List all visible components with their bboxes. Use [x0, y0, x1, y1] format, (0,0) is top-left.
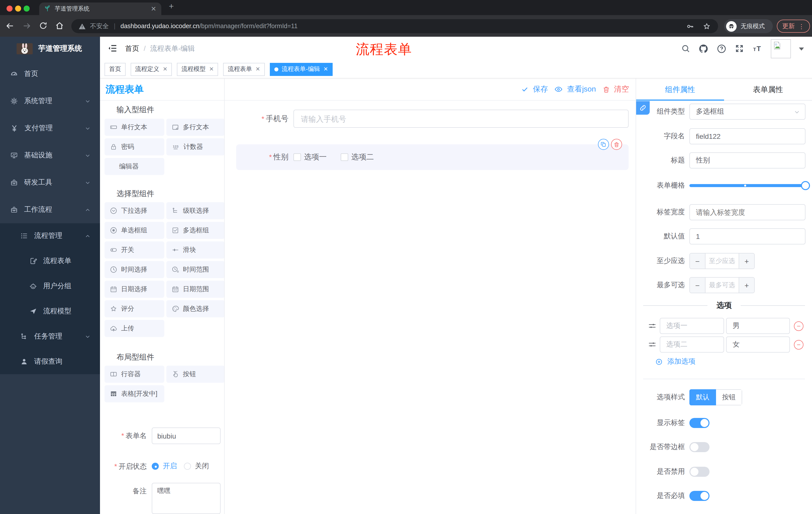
avatar[interactable]: [771, 39, 791, 58]
option-style-按钮[interactable]: 按钮: [716, 389, 742, 405]
status-radio-off[interactable]: 关闭: [184, 462, 209, 471]
toggle-是否带边框[interactable]: [689, 442, 709, 452]
view-tag-首页[interactable]: 首页: [105, 63, 126, 76]
component-颜色选择[interactable]: 颜色选择: [166, 300, 225, 317]
component-级联选择[interactable]: 级联选择: [166, 202, 225, 219]
component-单行文本[interactable]: 单行文本: [105, 119, 164, 136]
sidebar-item-workflow[interactable]: 工作流程: [0, 196, 100, 223]
component-计数器[interactable]: 123计数器: [166, 138, 225, 155]
view-tag-流程定义[interactable]: 流程定义✕: [130, 63, 172, 76]
component-多行文本[interactable]: 多行文本: [166, 119, 225, 136]
window-controls[interactable]: [6, 5, 30, 11]
help-icon[interactable]: [717, 44, 727, 54]
breadcrumb-home[interactable]: 首页: [125, 44, 139, 53]
form-name-input[interactable]: [152, 428, 221, 444]
phone-field-input[interactable]: [293, 110, 629, 128]
prop-input-标题[interactable]: [689, 153, 806, 168]
close-window-button[interactable]: [6, 5, 12, 11]
view-tag-流程表单[interactable]: 流程表单✕: [223, 63, 265, 76]
component-滑块[interactable]: 滑块: [166, 241, 225, 259]
new-tab-button[interactable]: +: [169, 1, 174, 11]
stepper-minus-button[interactable]: −: [690, 253, 705, 269]
sidebar-item-process-mgmt[interactable]: 流程管理: [0, 223, 100, 248]
sidebar-item-process-form[interactable]: 流程表单: [0, 248, 100, 274]
back-icon[interactable]: [5, 21, 14, 33]
component-行容器[interactable]: 行容器: [105, 366, 164, 383]
component-多选框组[interactable]: 多选框组: [166, 222, 225, 239]
view-tag-流程模型[interactable]: 流程模型✕: [177, 63, 218, 76]
close-tag-icon[interactable]: ✕: [323, 66, 328, 73]
sidebar-item-process-model[interactable]: 流程模型: [0, 299, 100, 324]
close-tag-icon[interactable]: ✕: [209, 66, 213, 73]
password-key-icon[interactable]: [686, 22, 694, 30]
option-value-input[interactable]: [726, 318, 790, 334]
copy-component-button[interactable]: [598, 139, 609, 150]
checkbox-icon[interactable]: [293, 154, 301, 161]
browser-tab[interactable]: 芋道管理系统 ✕: [39, 2, 161, 15]
gender-checkbox-option2[interactable]: 选项二: [341, 153, 374, 162]
save-button[interactable]: 保存: [521, 84, 548, 94]
component-评分[interactable]: 评分: [105, 300, 164, 317]
clear-button[interactable]: 清空: [603, 84, 629, 94]
add-option-button[interactable]: 添加选项: [655, 358, 812, 366]
reload-icon[interactable]: [39, 21, 48, 32]
stepper-minus-button[interactable]: −: [690, 278, 705, 293]
sidebar-item-system[interactable]: 系统管理: [0, 87, 100, 115]
component-时间范围[interactable]: 时间范围: [166, 261, 225, 278]
sidebar-item-home[interactable]: 首页: [0, 60, 100, 87]
component-按钮[interactable]: 按钮: [166, 366, 225, 383]
prop-input-字段名[interactable]: [689, 128, 806, 144]
browser-menu-icon[interactable]: ⋮: [799, 22, 805, 30]
warning-icon[interactable]: [78, 22, 86, 30]
component-日期范围[interactable]: 日期范围: [166, 281, 225, 298]
component-上传[interactable]: 上传: [105, 320, 164, 337]
address-bar[interactable]: 不安全 | dashboard.yudao.iocoder.cn/bpm/man…: [71, 19, 718, 33]
collapse-sidebar-icon[interactable]: [108, 43, 118, 53]
component-密码[interactable]: 密码: [105, 138, 164, 155]
stepper-plus-button[interactable]: +: [738, 278, 754, 293]
stepper-value[interactable]: 最多可选: [705, 278, 738, 293]
toggle-是否禁用[interactable]: [689, 467, 709, 477]
option-name-input[interactable]: [660, 336, 724, 353]
prop-input-标签宽度[interactable]: [689, 204, 806, 220]
component-开关[interactable]: 开关: [105, 241, 164, 259]
stepper-value[interactable]: 至少应选: [705, 253, 738, 269]
option-name-input[interactable]: [660, 318, 724, 334]
field-link-tag[interactable]: [636, 101, 650, 115]
delete-component-button[interactable]: [611, 139, 622, 150]
slider-handle[interactable]: [801, 181, 810, 190]
sidebar-item-task-mgmt[interactable]: 任务管理: [0, 324, 100, 349]
component-编辑器[interactable]: 编辑器: [105, 158, 164, 175]
view-json-button[interactable]: 查看json: [554, 84, 596, 94]
sidebar-item-leave-query[interactable]: 请假查询: [0, 349, 100, 374]
home-icon[interactable]: [55, 21, 64, 33]
search-icon[interactable]: [681, 44, 690, 53]
component-下拉选择[interactable]: 下拉选择: [105, 202, 164, 219]
tab-close-icon[interactable]: ✕: [151, 5, 156, 12]
checkbox-icon[interactable]: [341, 154, 348, 161]
stepper-plus-button[interactable]: +: [738, 253, 754, 269]
component-单选框组[interactable]: 单选框组: [105, 222, 164, 239]
forward-icon[interactable]: [22, 21, 32, 33]
prop-select-组件类型[interactable]: [689, 104, 806, 120]
sidebar-item-devtools[interactable]: 研发工具: [0, 169, 100, 196]
github-icon[interactable]: [698, 44, 708, 54]
tab-component-props[interactable]: 组件属性: [636, 78, 724, 100]
option-value-input[interactable]: [726, 336, 790, 353]
remove-option-button[interactable]: −: [794, 321, 804, 331]
prop-input-默认值[interactable]: [689, 228, 806, 244]
gender-checkbox-option1[interactable]: 选项一: [293, 153, 327, 162]
font-size-icon[interactable]: TT: [752, 44, 763, 53]
avatar-caret-icon[interactable]: [799, 47, 804, 51]
remove-option-button[interactable]: −: [794, 340, 804, 349]
slider-track[interactable]: [689, 184, 806, 187]
sidebar-item-user-group[interactable]: 用户分组: [0, 274, 100, 299]
component-时间选择[interactable]: 时间选择: [105, 261, 164, 278]
close-tag-icon[interactable]: ✕: [163, 66, 167, 73]
fullscreen-icon[interactable]: [735, 44, 744, 53]
component-表格[开发中][interactable]: 表格[开发中]: [105, 385, 164, 402]
toggle-是否必填[interactable]: [689, 491, 709, 501]
view-tag-流程表单-编辑[interactable]: 流程表单-编辑✕: [269, 63, 332, 76]
bookmark-star-icon[interactable]: [702, 22, 711, 30]
status-radio-on[interactable]: 开启: [152, 462, 177, 471]
